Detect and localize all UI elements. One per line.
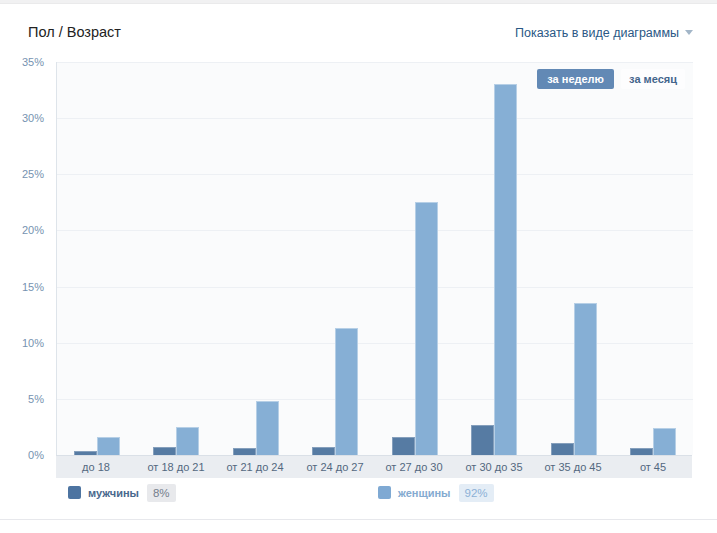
bar-male-6[interactable] xyxy=(471,425,494,455)
y-axis-label: 10% xyxy=(0,337,44,349)
y-axis-label: 35% xyxy=(0,56,44,68)
x-axis-label: от 35 до 45 xyxy=(533,456,613,478)
chevron-down-icon xyxy=(685,30,693,35)
y-axis-label: 0% xyxy=(0,449,44,461)
bar-male-8[interactable] xyxy=(630,448,653,455)
gridline xyxy=(57,174,693,175)
bar-female-3[interactable] xyxy=(256,401,279,455)
y-axis-label: 20% xyxy=(0,224,44,236)
period-week-button[interactable]: за неделю xyxy=(537,69,614,89)
x-axis-label: до 18 xyxy=(56,456,136,478)
bar-male-4[interactable] xyxy=(312,447,335,455)
female-swatch-icon xyxy=(378,486,391,499)
x-axis-label: от 21 до 24 xyxy=(215,456,295,478)
bar-female-8[interactable] xyxy=(653,428,676,455)
bar-female-6[interactable] xyxy=(494,84,517,455)
show-as-diagram-label: Показать в виде диаграммы xyxy=(515,26,679,40)
gridline xyxy=(57,399,693,400)
legend-male-label: мужчины xyxy=(88,487,139,499)
period-month-button[interactable]: за месяц xyxy=(621,69,685,89)
gridline xyxy=(57,118,693,119)
male-swatch-icon xyxy=(68,486,81,499)
bar-female-4[interactable] xyxy=(335,328,358,455)
legend-item-male: мужчины 8% xyxy=(68,482,176,503)
bar-male-2[interactable] xyxy=(153,447,176,455)
top-divider xyxy=(0,0,717,4)
y-axis-label: 30% xyxy=(0,112,44,124)
gridline xyxy=(57,230,693,231)
stats-panel: Пол / Возраст Показать в виде диаграммы … xyxy=(0,0,717,533)
gridline xyxy=(57,287,693,288)
bar-male-3[interactable] xyxy=(233,448,256,455)
legend-female-value-badge: 92% xyxy=(459,484,494,502)
gridline xyxy=(57,62,693,63)
x-axis-label: от 30 до 35 xyxy=(454,456,534,478)
chart-legend: мужчины 8% женщины 92% xyxy=(56,482,692,503)
bar-male-5[interactable] xyxy=(392,437,415,455)
y-axis-label: 25% xyxy=(0,168,44,180)
bar-male-7[interactable] xyxy=(551,443,574,455)
plot-area: за неделю за месяц xyxy=(56,62,693,455)
y-axis: 35%30%25%20%15%10%5%0% xyxy=(0,62,50,455)
show-as-diagram-link[interactable]: Показать в виде диаграммы xyxy=(515,26,693,40)
x-axis: до 18от 18 до 21от 21 до 24от 24 до 27от… xyxy=(56,455,692,478)
x-axis-label: от 24 до 27 xyxy=(295,456,375,478)
legend-male-value-badge: 8% xyxy=(147,484,176,502)
legend-female-label: женщины xyxy=(398,487,451,499)
bar-female-1[interactable] xyxy=(97,437,120,455)
page-title: Пол / Возраст xyxy=(28,24,121,40)
bar-female-5[interactable] xyxy=(415,202,438,455)
bar-female-7[interactable] xyxy=(574,303,597,455)
legend-item-female: женщины 92% xyxy=(378,482,494,503)
gridline xyxy=(57,343,693,344)
x-axis-label: от 18 до 21 xyxy=(136,456,216,478)
bar-female-2[interactable] xyxy=(176,427,199,455)
y-axis-label: 15% xyxy=(0,281,44,293)
x-axis-label: от 27 до 30 xyxy=(374,456,454,478)
x-axis-label: от 45 xyxy=(613,456,693,478)
y-axis-label: 5% xyxy=(0,393,44,405)
bottom-divider xyxy=(0,519,717,520)
